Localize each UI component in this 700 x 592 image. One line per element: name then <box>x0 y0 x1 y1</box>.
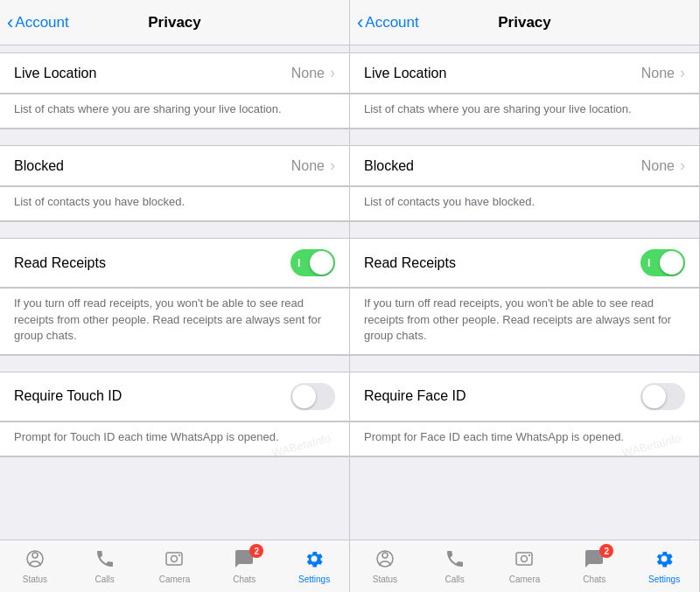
row-0[interactable]: BlockedNone› <box>350 146 699 186</box>
row-description: List of chats where you are sharing your… <box>350 94 699 129</box>
back-button[interactable]: ‹Account <box>7 13 69 32</box>
tab-calls[interactable]: Calls <box>420 540 490 592</box>
svg-point-3 <box>172 556 178 562</box>
row-description: If you turn off read receipts, you won't… <box>0 289 349 355</box>
tab-status[interactable]: Status <box>350 540 420 592</box>
toggle-switch[interactable] <box>290 383 335 410</box>
svg-rect-9 <box>528 554 530 556</box>
row-0[interactable]: Live LocationNone› <box>0 53 349 94</box>
row-0: Read ReceiptsI <box>0 239 349 288</box>
row-0[interactable]: BlockedNone› <box>0 146 349 186</box>
section-1: BlockedNone› <box>350 145 699 187</box>
tab-camera[interactable]: Camera <box>490 540 560 592</box>
content-area: Live LocationNone›List of chats where yo… <box>0 45 349 540</box>
settings-icon <box>304 548 325 573</box>
row-value-container: None› <box>641 64 685 82</box>
row-label: Read Receipts <box>364 255 456 271</box>
toggle-knob <box>660 251 683 275</box>
toggle-knob <box>310 251 333 275</box>
svg-point-6 <box>382 553 388 558</box>
chats-badge: 2 <box>599 544 613 558</box>
svg-rect-4 <box>178 554 180 556</box>
description-text: List of chats where you are sharing your… <box>364 101 685 117</box>
row-0[interactable]: Live LocationNone› <box>350 53 699 94</box>
back-label: Account <box>15 14 68 31</box>
tab-camera-label: Camera <box>509 575 541 584</box>
row-label: Read Receipts <box>14 255 106 271</box>
section-1: BlockedNone› <box>0 145 349 187</box>
row-label: Require Face ID <box>364 388 466 404</box>
row-0: Require Touch ID <box>0 373 349 421</box>
section-desc-3: Prompt for Touch ID each time WhatsApp i… <box>0 422 349 457</box>
section-desc-3: Prompt for Face ID each time WhatsApp is… <box>350 422 699 457</box>
chevron-left-icon: ‹ <box>7 13 13 32</box>
tab-bar: Status Calls Camera 2Chats Settings <box>350 540 699 592</box>
row-value-container: None› <box>291 157 335 175</box>
section-desc-0: List of chats where you are sharing your… <box>0 94 349 129</box>
chevron-right-icon: › <box>680 64 685 82</box>
toggle-i-label: I <box>648 257 650 269</box>
toggle-knob <box>642 385 666 408</box>
section-3: Require Face ID <box>350 372 699 422</box>
row-label: Blocked <box>364 158 414 174</box>
chats-badge: 2 <box>249 544 263 558</box>
nav-header: ‹AccountPrivacy <box>350 0 699 45</box>
section-desc-1: List of contacts you have blocked. <box>0 187 349 222</box>
section-0: Live LocationNone› <box>0 52 349 94</box>
row-description: List of contacts you have blocked. <box>350 187 699 221</box>
svg-point-1 <box>32 553 38 558</box>
toggle-switch[interactable] <box>640 383 685 410</box>
back-label: Account <box>365 14 418 31</box>
row-value: None <box>641 66 675 81</box>
row-description: If you turn off read receipts, you won't… <box>350 289 699 355</box>
toggle-switch[interactable]: I <box>640 249 685 276</box>
row-description: List of chats where you are sharing your… <box>0 94 349 129</box>
settings-icon <box>654 548 675 573</box>
back-button[interactable]: ‹Account <box>357 13 419 32</box>
tab-calls-label: Calls <box>445 575 465 584</box>
row-description: List of contacts you have blocked. <box>0 187 349 221</box>
section-desc-0: List of chats where you are sharing your… <box>350 94 699 129</box>
tab-chats[interactable]: 2Chats <box>559 540 629 592</box>
toggle-i-label: I <box>298 257 300 269</box>
row-value-container: None› <box>641 157 685 175</box>
camera-icon <box>164 548 185 573</box>
row-label: Require Touch ID <box>14 388 122 404</box>
tab-settings[interactable]: Settings <box>629 540 699 592</box>
tab-settings-label: Settings <box>648 575 680 584</box>
section-2: Read ReceiptsI <box>0 238 349 289</box>
row-value-container: None› <box>291 64 335 82</box>
toggle-knob <box>292 385 316 408</box>
description-text: If you turn off read receipts, you won't… <box>364 296 685 344</box>
calls-icon <box>444 548 466 573</box>
chevron-right-icon: › <box>330 64 335 82</box>
description-text: List of contacts you have blocked. <box>14 194 335 210</box>
row-value: None <box>291 66 325 81</box>
tab-status[interactable]: Status <box>0 540 70 592</box>
tab-calls-label: Calls <box>95 575 115 584</box>
page-title: Privacy <box>498 14 551 31</box>
tab-camera[interactable]: Camera <box>140 540 210 592</box>
panel-right: ‹AccountPrivacyLive LocationNone›List of… <box>350 0 700 592</box>
tab-settings[interactable]: Settings <box>279 540 349 592</box>
row-0: Require Face ID <box>350 373 699 421</box>
nav-header: ‹AccountPrivacy <box>0 0 349 45</box>
tab-chats-label: Chats <box>233 575 256 584</box>
tab-calls[interactable]: Calls <box>70 540 140 592</box>
row-description: Prompt for Face ID each time WhatsApp is… <box>350 422 699 456</box>
section-desc-2: If you turn off read receipts, you won't… <box>350 289 699 356</box>
status-icon <box>374 548 396 573</box>
description-text: Prompt for Touch ID each time WhatsApp i… <box>14 429 335 445</box>
section-2: Read ReceiptsI <box>350 238 699 289</box>
tab-chats[interactable]: 2Chats <box>209 540 279 592</box>
section-3: Require Touch ID <box>0 372 349 422</box>
status-icon <box>24 548 46 573</box>
page-title: Privacy <box>148 14 201 31</box>
description-text: List of contacts you have blocked. <box>364 194 685 210</box>
tab-status-label: Status <box>23 575 47 584</box>
toggle-switch[interactable]: I <box>290 249 335 276</box>
section-0: Live LocationNone› <box>350 52 699 94</box>
svg-point-8 <box>522 556 528 562</box>
tab-chats-label: Chats <box>583 575 606 584</box>
row-label: Live Location <box>14 66 96 81</box>
